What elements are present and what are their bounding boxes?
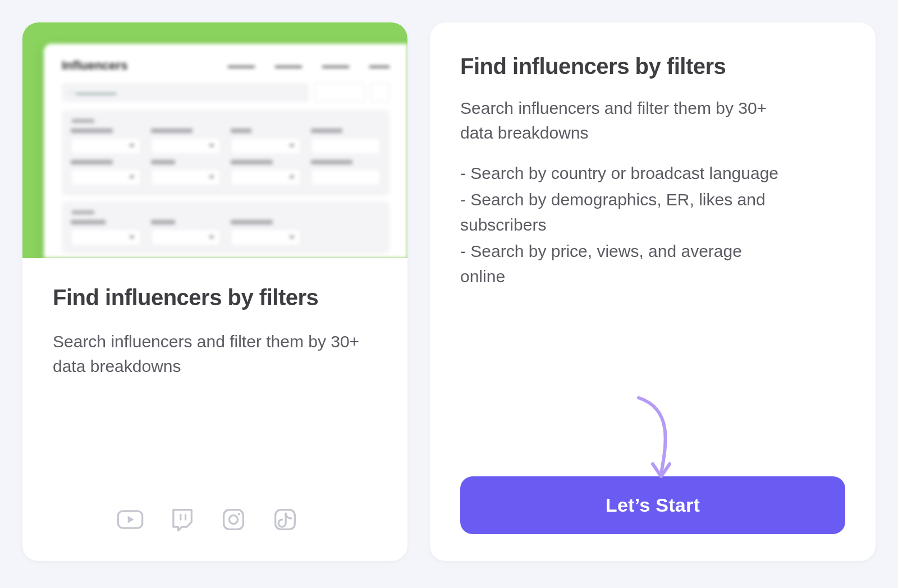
card-body: Find influencers by filters Search influ…	[22, 258, 407, 561]
twitch-icon	[166, 504, 198, 535]
preview-panel: Influencers ▬▬▬▬▬▬▬▬▬▬▬▬▬▬▬ ◌ ▬▬▬▬▬▬	[44, 44, 407, 258]
bullet-item: - Search by demographics, ER, likes and …	[460, 187, 786, 237]
svg-point-4	[229, 515, 237, 523]
tiktok-icon	[269, 504, 301, 535]
cta-area: Let’s Start	[460, 398, 845, 534]
preview-search-aux	[314, 83, 365, 102]
lets-start-button[interactable]: Let’s Start	[460, 476, 845, 534]
preview-backdrop: Influencers ▬▬▬▬▬▬▬▬▬▬▬▬▬▬▬ ◌ ▬▬▬▬▬▬	[22, 22, 407, 258]
youtube-icon	[114, 504, 146, 535]
preview-fav	[370, 83, 390, 102]
feature-detail-card: Find influencers by filters Search influ…	[430, 22, 876, 561]
bullet-item: - Search by price, views, and average on…	[460, 238, 786, 289]
preview-heading: Influencers	[62, 58, 127, 73]
preview-search: ◌ ▬▬▬▬▬▬	[62, 83, 309, 102]
feature-card-filters[interactable]: Influencers ▬▬▬▬▬▬▬▬▬▬▬▬▬▬▬ ◌ ▬▬▬▬▬▬	[22, 22, 407, 561]
card-title: Find influencers by filters	[53, 285, 377, 310]
instagram-icon	[218, 504, 249, 535]
bullet-item: - Search by country or broadcast languag…	[460, 160, 786, 186]
detail-subtitle: Search influencers and filter them by 30…	[460, 96, 775, 145]
card-description: Search influencers and filter them by 30…	[53, 329, 367, 378]
preview-tabs: ▬▬▬▬▬▬▬▬▬▬▬▬▬▬▬	[228, 62, 390, 70]
detail-bullets: - Search by country or broadcast languag…	[460, 160, 786, 290]
svg-rect-3	[224, 510, 244, 530]
detail-title: Find influencers by filters	[460, 54, 845, 79]
platform-icons	[53, 498, 377, 539]
feature-cards-row: Influencers ▬▬▬▬▬▬▬▬▬▬▬▬▬▬▬ ◌ ▬▬▬▬▬▬	[11, 11, 887, 572]
arrow-icon	[622, 392, 700, 488]
svg-point-5	[238, 513, 240, 515]
